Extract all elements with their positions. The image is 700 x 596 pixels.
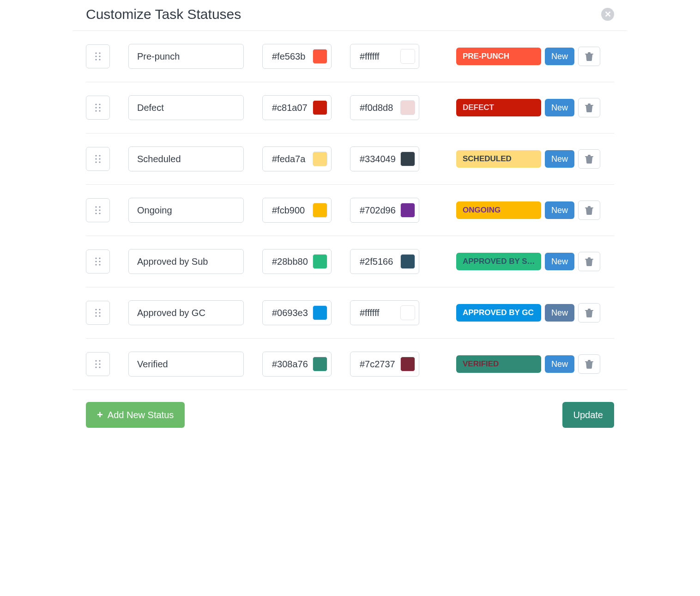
bg-color-input[interactable] xyxy=(271,256,310,268)
status-list: PRE-PUNCH New xyxy=(73,31,627,389)
modal-title: Customize Task Statuses xyxy=(86,6,241,22)
fg-color-input[interactable] xyxy=(359,359,398,370)
status-badge-preview: APPROVED BY S… xyxy=(456,253,541,270)
fg-color-input[interactable] xyxy=(359,307,398,319)
delete-button[interactable] xyxy=(578,47,600,66)
delete-button[interactable] xyxy=(578,303,600,322)
fg-color-input[interactable] xyxy=(359,102,398,114)
delete-button[interactable] xyxy=(578,149,600,169)
svg-point-36 xyxy=(99,309,100,310)
bg-color-field[interactable] xyxy=(262,300,332,325)
fg-color-swatch[interactable] xyxy=(400,203,415,218)
preview-group: ONGOING New xyxy=(456,201,600,220)
drag-icon xyxy=(95,154,101,164)
svg-point-2 xyxy=(95,55,97,57)
status-badge-preview: ONGOING xyxy=(456,201,541,219)
bg-color-input[interactable] xyxy=(271,102,310,114)
fg-color-input[interactable] xyxy=(359,51,398,62)
drag-handle[interactable] xyxy=(86,352,110,376)
fg-color-swatch[interactable] xyxy=(400,357,415,371)
new-badge-preview: New xyxy=(545,253,574,270)
svg-point-26 xyxy=(99,213,100,214)
svg-point-29 xyxy=(99,257,100,259)
bg-color-swatch[interactable] xyxy=(313,152,327,166)
status-badge-preview: APPROVED BY GC xyxy=(456,304,541,322)
bg-color-swatch[interactable] xyxy=(313,100,327,115)
update-button[interactable]: Update xyxy=(562,402,615,428)
status-name-input[interactable] xyxy=(128,352,244,377)
add-new-status-button[interactable]: + Add New Status xyxy=(86,402,185,428)
fg-color-field[interactable] xyxy=(350,300,419,325)
bg-color-input[interactable] xyxy=(271,307,310,319)
svg-point-37 xyxy=(95,312,97,313)
status-name-input[interactable] xyxy=(128,95,244,120)
svg-point-31 xyxy=(99,261,100,262)
close-button[interactable]: ✕ xyxy=(601,8,614,21)
status-name-input[interactable] xyxy=(128,198,244,223)
bg-color-field[interactable] xyxy=(262,95,332,120)
drag-icon xyxy=(95,52,101,61)
delete-button[interactable] xyxy=(578,98,600,117)
bg-color-input[interactable] xyxy=(271,205,310,216)
bg-color-swatch[interactable] xyxy=(313,305,327,320)
fg-color-swatch[interactable] xyxy=(400,305,415,320)
fg-color-input[interactable] xyxy=(359,205,398,216)
drag-handle[interactable] xyxy=(86,147,110,171)
new-badge-preview: New xyxy=(545,201,574,219)
fg-color-field[interactable] xyxy=(350,146,419,171)
new-badge-preview: New xyxy=(545,99,574,116)
bg-color-swatch[interactable] xyxy=(313,254,327,269)
bg-color-field[interactable] xyxy=(262,352,332,377)
fg-color-swatch[interactable] xyxy=(400,49,415,64)
delete-button[interactable] xyxy=(578,201,600,220)
fg-color-field[interactable] xyxy=(350,198,419,223)
bg-color-input[interactable] xyxy=(271,153,310,165)
svg-rect-41 xyxy=(585,310,593,311)
preview-group: APPROVED BY GC New xyxy=(456,303,600,322)
svg-point-39 xyxy=(95,315,97,316)
svg-point-1 xyxy=(99,52,100,54)
drag-handle[interactable] xyxy=(86,198,110,222)
bg-color-field[interactable] xyxy=(262,146,332,171)
fg-color-swatch[interactable] xyxy=(400,152,415,166)
drag-icon xyxy=(95,103,101,112)
bg-color-swatch[interactable] xyxy=(313,49,327,64)
fg-color-swatch[interactable] xyxy=(400,254,415,269)
drag-handle[interactable] xyxy=(86,44,110,68)
status-name-input[interactable] xyxy=(128,44,244,69)
fg-color-field[interactable] xyxy=(350,352,419,377)
fg-color-field[interactable] xyxy=(350,44,419,69)
bg-color-field[interactable] xyxy=(262,249,332,274)
bg-color-field[interactable] xyxy=(262,198,332,223)
drag-icon xyxy=(95,308,101,317)
bg-color-input[interactable] xyxy=(271,359,310,370)
status-name-input[interactable] xyxy=(128,146,244,171)
svg-point-38 xyxy=(99,312,100,313)
svg-point-32 xyxy=(95,264,97,265)
status-row: ONGOING New xyxy=(86,185,614,236)
drag-handle[interactable] xyxy=(86,96,110,120)
svg-point-18 xyxy=(95,161,97,163)
drag-handle[interactable] xyxy=(86,301,110,325)
close-icon: ✕ xyxy=(604,10,611,18)
bg-color-input[interactable] xyxy=(271,51,310,62)
fg-color-field[interactable] xyxy=(350,249,419,274)
fg-color-input[interactable] xyxy=(359,256,398,268)
delete-button[interactable] xyxy=(578,354,600,374)
bg-color-swatch[interactable] xyxy=(313,203,327,218)
svg-point-12 xyxy=(99,110,100,111)
status-row: PRE-PUNCH New xyxy=(86,31,614,82)
drag-handle[interactable] xyxy=(86,249,110,274)
fg-color-field[interactable] xyxy=(350,95,419,120)
fg-color-input[interactable] xyxy=(359,153,398,165)
status-name-input[interactable] xyxy=(128,300,244,325)
trash-icon xyxy=(585,206,593,215)
bg-color-swatch[interactable] xyxy=(313,357,327,371)
svg-point-47 xyxy=(99,366,100,368)
fg-color-swatch[interactable] xyxy=(400,100,415,115)
delete-button[interactable] xyxy=(578,252,600,271)
bg-color-field[interactable] xyxy=(262,44,332,69)
svg-rect-20 xyxy=(585,156,593,157)
preview-group: APPROVED BY S… New xyxy=(456,252,600,271)
status-name-input[interactable] xyxy=(128,249,244,274)
